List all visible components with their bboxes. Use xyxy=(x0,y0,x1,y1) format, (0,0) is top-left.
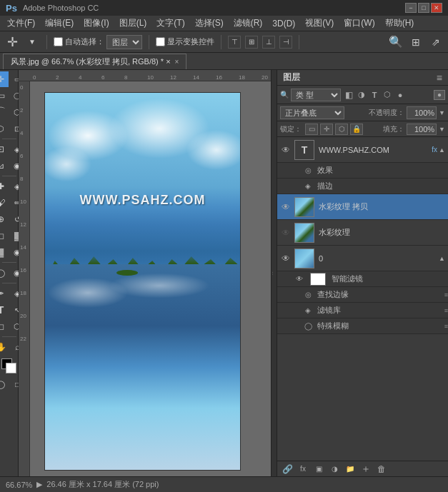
search-icon[interactable]: 🔍 xyxy=(388,34,404,50)
add-group-button[interactable]: 📁 xyxy=(343,463,357,476)
smart-filter-label: 智能滤镜 xyxy=(332,273,363,284)
lock-transparency-button[interactable]: ▭ xyxy=(305,124,318,135)
menu-view[interactable]: 视图(V) xyxy=(301,16,338,31)
filter-type-select[interactable]: 类 型 xyxy=(291,89,341,101)
lock-image-button[interactable]: ✛ xyxy=(320,124,333,135)
layer-visibility-wc-copy[interactable]: 👁 xyxy=(280,201,292,213)
menu-edit[interactable]: 编辑(E) xyxy=(41,16,78,31)
filter-toggle-button[interactable]: ● xyxy=(434,90,445,100)
align-vcenter-icon[interactable]: ⊞ xyxy=(245,36,258,49)
menu-select[interactable]: 选择(S) xyxy=(191,16,228,31)
filter-shape-icon[interactable]: ⬡ xyxy=(382,89,393,101)
eyedropper-button[interactable]: ⊿ xyxy=(0,158,9,174)
left-toolbar: ✛ ▭ ▭ ◯ ⌒ ⬡ ⬡ ⊡ ⊡ ◈ ⊿ ◉ ✚ ◈ 🖌 xyxy=(0,70,19,476)
healing-tool-button[interactable]: ✚ xyxy=(0,179,9,194)
menu-text[interactable]: 文字(T) xyxy=(152,16,189,31)
filter-pixel-icon[interactable]: ◧ xyxy=(343,89,354,101)
layers-panel-menu-icon[interactable]: ≡ xyxy=(437,72,442,84)
layer-expand-icon[interactable]: ▲ xyxy=(439,146,445,154)
magic-wand-button[interactable]: ⬡ xyxy=(0,121,9,136)
hand-tool-button[interactable]: ✋ xyxy=(0,339,9,355)
minimize-button[interactable]: − xyxy=(405,3,417,13)
layer-0-expand-icon[interactable]: ▲ xyxy=(439,255,445,262)
layer-item-text[interactable]: 👁 T WWW.PSAHZ.COM fx ▲ xyxy=(277,137,448,163)
panel-collapse-handle[interactable]: ‥ xyxy=(271,70,277,476)
arrow-icon[interactable]: ▼ xyxy=(24,34,40,50)
ruler-v-tick-18: 18 xyxy=(19,290,29,313)
layer-select[interactable]: 图层 xyxy=(106,35,142,49)
add-layer-button[interactable]: ＋ xyxy=(359,463,373,476)
fill-input[interactable] xyxy=(407,124,437,135)
filter-smart-icon[interactable]: ● xyxy=(394,89,406,101)
background-color[interactable] xyxy=(6,363,16,373)
move-tool-button[interactable]: ✛ xyxy=(0,71,9,87)
lock-all-button[interactable]: 🔒 xyxy=(350,124,363,135)
align-top-icon[interactable]: ⊤ xyxy=(228,36,241,49)
close-button[interactable]: ✕ xyxy=(431,3,442,13)
delete-layer-button[interactable]: 🗑 xyxy=(374,463,389,476)
tool-separator-4 xyxy=(2,283,16,283)
app-title: Adobe Photoshop CC xyxy=(23,4,99,12)
opacity-chevron-icon[interactable]: ▼ xyxy=(439,109,445,116)
share-icon[interactable]: ⇗ xyxy=(428,34,444,50)
menu-layer[interactable]: 图层(L) xyxy=(115,16,151,31)
document-canvas[interactable]: WWW.PSAHZ.COM xyxy=(44,92,241,471)
layer-fx-icon[interactable]: fx xyxy=(432,146,437,154)
smart-filter-visibility[interactable]: 👁 xyxy=(294,274,304,284)
layer-item-watercolor-copy[interactable]: 👁 水彩纹理 拷贝 xyxy=(277,194,448,220)
add-style-button[interactable]: fx xyxy=(296,463,310,476)
crop-tool-button[interactable]: ⊡ xyxy=(0,141,9,157)
quick-mask-button[interactable]: ◯ xyxy=(0,376,9,392)
layer-item-0[interactable]: 👁 0 ▲ xyxy=(277,246,448,271)
layer-item-watercolor[interactable]: 👁 水彩纹理 xyxy=(277,220,448,246)
layer-subitem-stroke[interactable]: ◈ 描边 xyxy=(277,179,448,194)
tab-close-button[interactable]: × xyxy=(175,58,179,66)
show-transform-checkbox[interactable] xyxy=(156,37,165,46)
eraser-tool-button[interactable]: ◻ xyxy=(0,228,9,244)
main-area: ✛ ▭ ▭ ◯ ⌒ ⬡ ⬡ ⊡ ⊡ ◈ ⊿ ◉ ✚ ◈ 🖌 xyxy=(0,70,448,476)
layer-visibility-0[interactable]: 👁 xyxy=(280,253,292,264)
layer-subitem-filter-gallery[interactable]: ◈ 滤镜库 ≡ xyxy=(277,303,448,318)
blend-mode-select[interactable]: 正片叠底 xyxy=(280,106,344,119)
canvas-and-panels: 0 2 4 6 8 10 12 14 16 18 20 22 24 26 xyxy=(19,70,448,476)
add-adjustment-button[interactable]: ◑ xyxy=(327,463,342,476)
menu-3d[interactable]: 3D(D) xyxy=(268,17,299,30)
pen-tool-button[interactable]: ✒ xyxy=(0,286,9,301)
filter-text-icon[interactable]: T xyxy=(369,89,380,101)
tool-separator-2 xyxy=(2,176,16,176)
gradient-tool-button[interactable]: ▓ xyxy=(0,244,9,260)
lock-position-button[interactable]: ⬡ xyxy=(335,124,348,135)
menu-window[interactable]: 窗口(W) xyxy=(339,16,379,31)
add-mask-button[interactable]: ▣ xyxy=(312,463,326,476)
layer-visibility-text[interactable]: 👁 xyxy=(280,144,292,156)
menu-help[interactable]: 帮助(H) xyxy=(381,16,419,31)
opacity-input[interactable] xyxy=(407,106,437,119)
align-left-icon[interactable]: ⊣ xyxy=(279,36,292,49)
marquee-tool-button[interactable]: ▭ xyxy=(0,88,9,104)
layer-subitem-effects[interactable]: ◎ 效果 xyxy=(277,163,448,179)
fill-chevron-icon[interactable]: ▼ xyxy=(439,126,445,133)
blur-tool-button[interactable]: ◯ xyxy=(0,265,9,281)
align-bottom-icon[interactable]: ⊥ xyxy=(262,36,275,49)
lasso-tool-button[interactable]: ⌒ xyxy=(0,104,9,120)
layer-visibility-wc[interactable]: 👁 xyxy=(280,227,292,239)
auto-select-checkbox[interactable] xyxy=(54,37,63,46)
workspace-icon[interactable]: ⊞ xyxy=(408,34,424,50)
maximize-button[interactable]: □ xyxy=(418,3,429,13)
menu-image[interactable]: 图像(I) xyxy=(79,16,113,31)
link-layers-button[interactable]: 🔗 xyxy=(280,463,294,476)
shape-tool-button[interactable]: ◻ xyxy=(0,318,9,334)
filter-adjust-icon[interactable]: ◑ xyxy=(356,89,367,101)
ruler-h-ticks: 0 2 4 6 8 10 12 14 16 18 20 22 24 26 xyxy=(30,70,271,81)
layer-subitem-special-blur[interactable]: ◯ 特殊模糊 ≡ xyxy=(277,318,448,334)
document-tab[interactable]: 风景.jpg @ 66.7% (水彩纹理 拷贝, RGB/8) * × × xyxy=(3,54,186,69)
layer-subitem-smartfilter[interactable]: 👁 智能滤镜 xyxy=(277,271,448,287)
menu-filter[interactable]: 滤镜(R) xyxy=(229,16,267,31)
smart-filter-row: 👁 智能滤镜 xyxy=(294,273,448,286)
menu-file[interactable]: 文件(F) xyxy=(3,16,39,31)
clone-tool-button[interactable]: ⊕ xyxy=(0,211,9,227)
layer-thumbnail-wc xyxy=(294,223,314,243)
layer-subitem-find-edges[interactable]: ◎ 查找边缘 ≡ xyxy=(277,287,448,303)
text-tool-button[interactable]: T xyxy=(0,302,9,318)
brush-tool-button[interactable]: 🖌 xyxy=(0,195,9,211)
